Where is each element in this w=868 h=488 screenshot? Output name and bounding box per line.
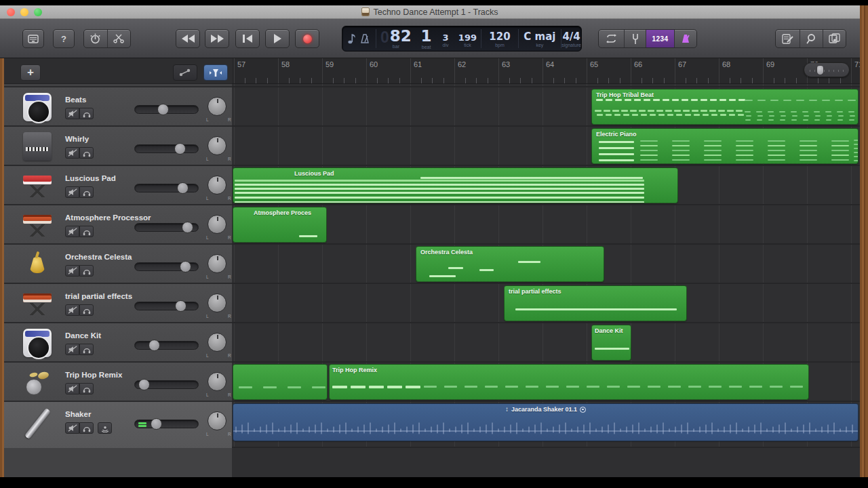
volume-slider-knob[interactable] [149, 340, 160, 351]
automation-button[interactable] [173, 64, 197, 81]
lcd-display-mode[interactable] [342, 26, 376, 51]
pan-knob[interactable] [208, 215, 226, 234]
cycle-button[interactable] [599, 30, 625, 47]
mute-button[interactable] [65, 147, 79, 159]
catch-playhead-button[interactable] [203, 64, 228, 81]
lcd-bar-field[interactable]: 0 82 bar [376, 26, 415, 51]
track-header-shaker[interactable]: ShakerLR [4, 401, 232, 448]
volume-slider[interactable] [134, 380, 199, 389]
solo-button[interactable] [79, 108, 94, 119]
play-button[interactable] [265, 29, 290, 48]
pan-knob[interactable] [208, 411, 226, 430]
count-in-button[interactable]: 1234 [646, 30, 675, 47]
region-luscious-pad[interactable]: Luscious Pad [233, 167, 678, 203]
zoom-window-button[interactable] [34, 8, 42, 16]
pan-knob[interactable] [208, 254, 226, 273]
volume-slider[interactable] [134, 223, 199, 232]
solo-button[interactable] [79, 344, 94, 355]
lcd-tick-field[interactable]: 199 tick [454, 26, 481, 51]
volume-slider[interactable] [134, 302, 199, 310]
solo-button[interactable] [79, 265, 94, 277]
track-header-atmosphere-processor[interactable]: Atmosphere ProcessorLR [4, 204, 232, 243]
volume-slider-knob[interactable] [175, 300, 186, 312]
bars-ruler[interactable]: 575859606162636465666768697071 [232, 58, 860, 84]
mute-button[interactable] [65, 226, 79, 237]
solo-button[interactable] [79, 304, 94, 316]
go-to-beginning-button[interactable] [235, 29, 260, 48]
track-header-beats[interactable]: BeatsLR [4, 86, 232, 125]
volume-slider[interactable] [134, 144, 199, 153]
close-window-button[interactable] [7, 8, 15, 16]
lcd-tempo-field[interactable]: 120 bpm [481, 26, 517, 51]
zoom-slider[interactable] [804, 62, 850, 77]
region-trial-partial-effects[interactable]: trial partial effects [504, 285, 687, 321]
region-unlabeled[interactable] [233, 364, 328, 400]
pan-knob[interactable] [208, 176, 226, 195]
track-header-dance-kit[interactable]: Dance KitLR [4, 322, 232, 361]
lcd-key-field[interactable]: C maj key [519, 26, 561, 51]
quick-help-button[interactable]: ? [53, 29, 75, 48]
volume-slider[interactable] [134, 341, 199, 350]
mute-button[interactable] [65, 108, 79, 119]
track-header-trial-partial-effects[interactable]: trial partial effectsLR [4, 283, 232, 322]
library-button[interactable] [22, 29, 44, 48]
volume-slider-knob[interactable] [182, 222, 193, 233]
volume-slider[interactable] [134, 420, 199, 428]
mute-button[interactable] [65, 186, 79, 198]
lcd-div-field[interactable]: 3 div [437, 26, 454, 51]
volume-slider-knob[interactable] [180, 261, 191, 272]
pan-knob[interactable] [208, 136, 226, 155]
smart-controls-button[interactable] [84, 30, 108, 47]
volume-slider-knob[interactable] [151, 418, 162, 430]
mute-button[interactable] [65, 344, 79, 355]
lcd-display[interactable]: 0 82 bar 1 beat 3 div 199 tick 120 bpm [342, 26, 582, 52]
pan-knob[interactable] [208, 97, 226, 116]
solo-button[interactable] [79, 147, 94, 159]
volume-slider-knob[interactable] [174, 143, 186, 155]
solo-button[interactable] [79, 186, 94, 198]
mute-button[interactable] [65, 383, 79, 394]
input-monitoring-button[interactable] [98, 422, 112, 434]
pan-knob[interactable] [208, 372, 226, 391]
editors-button[interactable] [108, 30, 131, 47]
metronome-button[interactable] [675, 30, 696, 47]
record-button[interactable] [295, 29, 319, 48]
rewind-button[interactable] [176, 29, 200, 48]
lcd-signature-field[interactable]: 4/4 signature [561, 26, 581, 51]
lcd-beat-field[interactable]: 1 beat [415, 26, 437, 51]
track-header-luscious-pad[interactable]: Luscious PadLR [4, 165, 232, 204]
volume-slider[interactable] [134, 184, 199, 192]
solo-button[interactable] [79, 226, 94, 237]
region-trip-hop-remix[interactable]: Trip Hop Remix [329, 364, 809, 400]
fast-forward-button[interactable] [205, 29, 229, 48]
region-dance-kit[interactable]: Dance Kit [591, 325, 631, 361]
volume-slider-knob[interactable] [138, 379, 150, 390]
region-atmosphere-proces[interactable]: Atmosphere Proces [233, 207, 327, 243]
region-electric-piano[interactable]: Electric Piano [591, 128, 859, 164]
mute-button[interactable] [65, 265, 79, 277]
pan-knob[interactable] [208, 293, 226, 312]
tuner-button[interactable] [625, 30, 646, 47]
pan-knob[interactable] [208, 333, 226, 352]
region-trip-hop-tribal-beat[interactable]: Trip Hop Tribal Beat [591, 89, 859, 125]
minimize-window-button[interactable] [20, 8, 28, 16]
track-header-orchestra-celesta[interactable]: Orchestra CelestaLR [4, 243, 232, 283]
add-track-button[interactable]: + [20, 64, 41, 81]
zoom-slider-knob[interactable] [816, 65, 824, 75]
note-pads-button[interactable] [776, 30, 800, 47]
loop-browser-button[interactable] [800, 30, 823, 47]
volume-slider-knob[interactable] [157, 104, 169, 115]
track-header-trip-hop-remix[interactable]: Trip Hop RemixLR [4, 361, 232, 401]
mute-button[interactable] [65, 422, 79, 434]
tracks-timeline[interactable]: Trip Hop Tribal BeatElectric PianoLuscio… [232, 84, 860, 477]
volume-slider-knob[interactable] [177, 182, 189, 194]
solo-button[interactable] [79, 422, 94, 434]
region-jacaranda-shaker-01-1[interactable]: ↕Jacaranda Shaker 01.1 [233, 403, 859, 441]
mute-button[interactable] [65, 304, 79, 316]
region-orchestra-celesta[interactable]: Orchestra Celesta [416, 246, 604, 282]
volume-slider[interactable] [134, 262, 199, 271]
media-browser-button[interactable] [823, 30, 846, 47]
track-header-whirly[interactable]: WhirlyLR [4, 125, 232, 165]
volume-slider[interactable] [134, 105, 199, 114]
solo-button[interactable] [79, 383, 94, 394]
